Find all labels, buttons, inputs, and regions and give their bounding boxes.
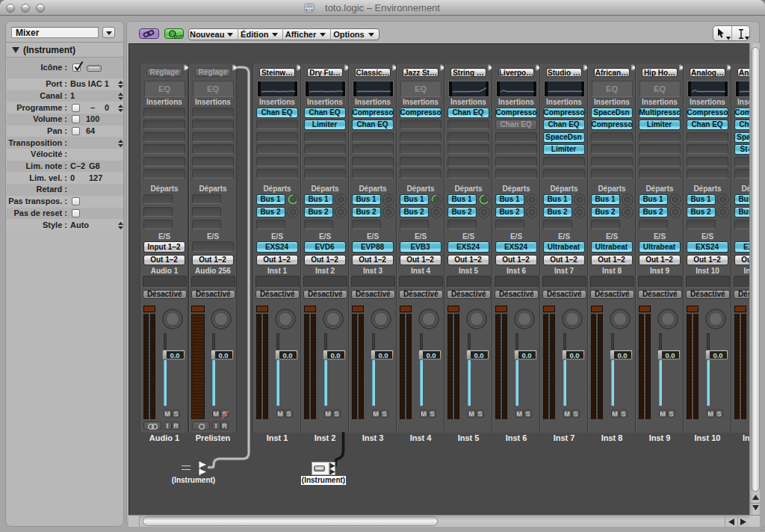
- svg-text:OUT: OUT: [174, 34, 183, 39]
